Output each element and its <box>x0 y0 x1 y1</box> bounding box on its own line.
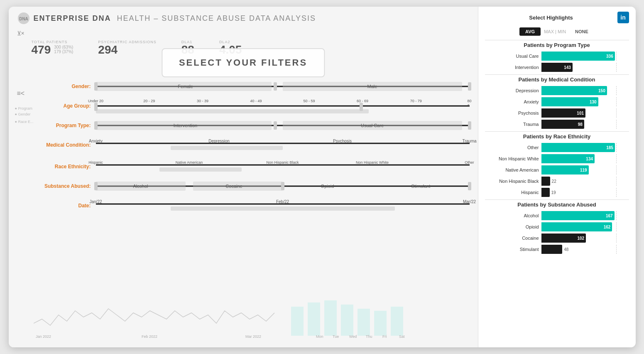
svg-rect-6 <box>358 309 370 336</box>
bar-container: 336 <box>541 52 629 61</box>
program-type-chart: Usual Care336Intervention143 <box>485 52 629 72</box>
linkedin-icon[interactable]: in <box>617 12 629 23</box>
bar-label: Non Hispanic Black <box>485 179 539 184</box>
bar-row: Non Hispanic White134 <box>485 154 629 163</box>
bar-label: Intervention <box>485 65 539 70</box>
dashed-reference-line <box>616 177 617 186</box>
bar-row: Hispanic19 <box>485 188 629 197</box>
psychiatric-admissions-stat: PSYCHIATRIC ADMISSIONS 294 <box>98 40 156 56</box>
svg-rect-3 <box>308 302 320 336</box>
dashed-reference-line <box>616 63 617 72</box>
svg-text:Thu: Thu <box>366 334 372 339</box>
bar-container: 167 <box>541 211 629 220</box>
bar-fill: 102 <box>541 234 586 243</box>
bar-row: Anxiety130 <box>485 97 629 106</box>
dashed-reference-line <box>616 143 617 152</box>
bar-fill <box>541 245 563 254</box>
bar-container: 130 <box>541 97 629 106</box>
select-filters-overlay: SELECT YOUR FILTERS <box>162 48 325 77</box>
highlights-header: Select Highlights in <box>485 12 629 23</box>
bar-container: 102 <box>541 234 629 243</box>
svg-text:Sat: Sat <box>399 334 405 339</box>
bar-container: 119 <box>541 165 629 175</box>
bar-value-outside: 22 <box>552 179 556 184</box>
filter-icon[interactable]: ⊻× <box>17 30 24 37</box>
date-slider[interactable]: Jan/22 Feb/22 Mar/22 <box>96 197 470 214</box>
bar-row: Usual Care336 <box>485 52 629 61</box>
dashed-reference-line <box>616 120 617 129</box>
svg-text:Mon: Mon <box>316 334 323 339</box>
bar-fill: 119 <box>541 165 589 175</box>
bar-container: 150 <box>541 86 629 95</box>
date-filter-row: Date: Jan/22 Feb/22 Mar/22 <box>34 197 470 214</box>
svg-text:Wed: Wed <box>349 334 357 339</box>
substance-abused-section-title: Patients by Substance Abused <box>485 199 629 209</box>
bar-label: Cocaine <box>485 236 539 241</box>
dashed-reference-line <box>616 188 617 197</box>
bar-fill: 336 <box>541 52 615 61</box>
race-ethnicity-slider[interactable]: Hispanic Native American Non Hispanic Bl… <box>96 158 470 175</box>
bar-value-outside: 19 <box>551 190 556 195</box>
bar-fill: 134 <box>541 154 595 163</box>
dashed-reference-line <box>616 154 617 163</box>
bar-container: 98 <box>541 120 629 129</box>
none-tab[interactable]: NONE <box>569 27 594 36</box>
gender-slider[interactable]: Female Male <box>96 80 470 93</box>
bar-fill: 143 <box>541 63 573 72</box>
bar-row: Non Hispanic Black22 <box>485 177 629 186</box>
gender-filter-row: Gender: Female Male <box>34 80 470 93</box>
bar-label: Psychosis <box>485 111 539 116</box>
bar-label: Other <box>485 145 539 150</box>
bar-row: Intervention143 <box>485 63 629 72</box>
bar-container: 22 <box>541 177 629 186</box>
highlight-tabs: AVG MAX | MIN NONE <box>485 26 629 37</box>
program-type-slider[interactable]: Intervention Usual Care <box>96 119 470 132</box>
header-title: ENTERPRISE DNA HEALTH – SUBSTANCE ABUSE … <box>34 14 316 23</box>
bar-row: Other185 <box>485 143 629 152</box>
bar-label: Trauma <box>485 122 539 127</box>
bar-container: 134 <box>541 154 629 163</box>
age-group-slider[interactable]: Under 20 20 - 29 30 - 39 40 - 49 50 - 59… <box>96 98 470 114</box>
bar-row: Depression150 <box>485 86 629 95</box>
bar-label: Usual Care <box>485 54 539 59</box>
bar-label: Opioid <box>485 224 539 229</box>
bar-label: Stimulant <box>485 247 539 252</box>
bar-fill: 150 <box>541 86 607 95</box>
filter-icon-area: ⊻× <box>9 28 478 38</box>
medical-condition-slider[interactable]: Anxiety Depression Psychosis Trauma <box>96 137 470 153</box>
logo-icon: DNA <box>17 12 30 25</box>
collapse-button[interactable]: ≡< <box>17 90 25 97</box>
dashed-reference-line <box>616 222 617 231</box>
race-ethnicity-chart: Other185Non Hispanic White134Native Amer… <box>485 143 629 197</box>
dashed-reference-line <box>616 108 617 118</box>
substance-abused-chart: Alcohol167Opioid162Cocaine102Stimulant48 <box>485 211 629 254</box>
bar-fill: 167 <box>541 211 615 220</box>
medical-condition-chart: Depression150Anxiety130Psychosis101Traum… <box>485 86 629 129</box>
left-panel: DNA ENTERPRISE DNA HEALTH – SUBSTANCE AB… <box>9 7 478 347</box>
program-type-filter-row: Program Type: Intervention Usual Care <box>34 119 470 132</box>
substance-abused-filter-row: Substance Abused: Alcohol Cocaine Opioid… <box>34 180 470 192</box>
svg-rect-7 <box>374 311 387 336</box>
bar-fill: 162 <box>541 222 612 231</box>
header-bar: DNA ENTERPRISE DNA HEALTH – SUBSTANCE AB… <box>9 12 478 28</box>
bar-container: 143 <box>541 63 629 72</box>
race-ethnicity-section-title: Patients by Race Ethnicity <box>485 131 629 140</box>
dashboard: DNA ENTERPRISE DNA HEALTH – SUBSTANCE AB… <box>9 7 636 347</box>
svg-rect-2 <box>291 307 304 336</box>
substance-abused-slider[interactable]: Alcohol Cocaine Opioid Stimulant <box>96 180 470 192</box>
program-type-section-title: Patients by Program Type <box>485 40 629 49</box>
bar-label: Hispanic <box>485 190 539 195</box>
dashed-reference-line <box>616 234 617 243</box>
dashed-reference-line <box>616 52 617 61</box>
bar-fill: 130 <box>541 97 598 106</box>
bar-label: Native American <box>485 167 539 172</box>
svg-text:Tue: Tue <box>333 334 339 339</box>
svg-text:Mar 2022: Mar 2022 <box>245 334 261 339</box>
line-chart: Jan 2022 Feb 2022 Mar 2022 Mon Tue Wed T… <box>34 286 470 340</box>
bar-label: Alcohol <box>485 213 539 218</box>
bar-row: Native American119 <box>485 165 629 175</box>
svg-rect-4 <box>324 300 337 336</box>
bar-label: Anxiety <box>485 99 539 104</box>
avg-tab[interactable]: AVG <box>519 27 541 36</box>
bar-row: Cocaine102 <box>485 234 629 243</box>
